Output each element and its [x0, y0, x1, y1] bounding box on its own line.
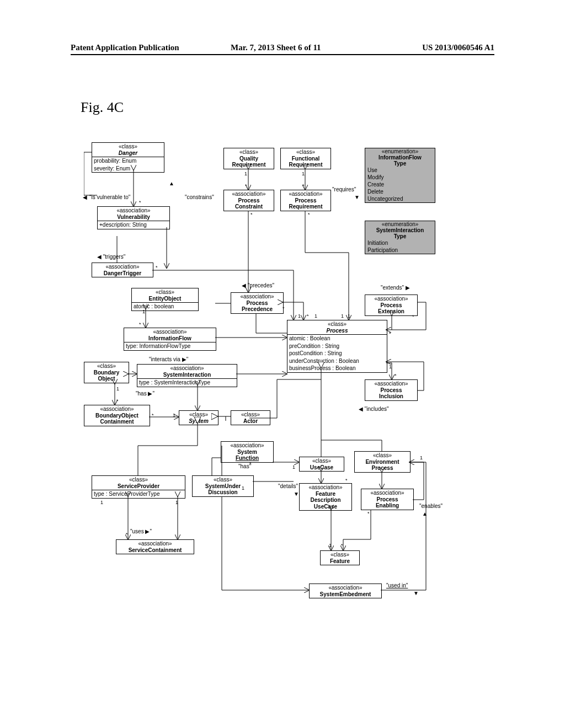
class-boundary-object: «class»BoundaryObject: [84, 362, 129, 383]
lbl-extends: "extends": [381, 285, 404, 291]
assoc-process-constraint: «association»ProcessConstraint: [223, 190, 274, 211]
mult: *: [345, 478, 348, 483]
mult: *: [341, 543, 343, 548]
lbl-uses: "uses ▶": [130, 528, 152, 534]
assoc-vulnerability: «association»Vulnerability +description:…: [97, 206, 170, 229]
stereo: «class»: [241, 411, 260, 417]
name: System: [189, 418, 209, 424]
attr: atomic : boolean: [132, 302, 198, 311]
lbl-arrow-right: ▶: [406, 285, 410, 291]
lbl-arrow-left: ◀: [359, 406, 363, 412]
mult: *: [116, 398, 119, 404]
assoc-process-extension: «association»ProcessExtension: [365, 295, 418, 316]
mult: *: [250, 212, 253, 217]
stereo: «class»: [296, 149, 315, 155]
mult: *: [156, 265, 158, 270]
stereo: «association»: [328, 585, 362, 591]
attr: type : SystemInteractionType: [137, 378, 237, 387]
uml-diagram: «class»Danger probability: Enum severity…: [84, 142, 486, 615]
mult: 1: [420, 455, 423, 461]
mult: 1: [100, 500, 103, 505]
name2: Inclusion: [379, 393, 403, 399]
name2: Description: [310, 497, 340, 503]
lbl-interacts-via: "interacts via ▶": [149, 356, 188, 362]
attr: businessProcess : Boolean: [287, 365, 387, 372]
name: SystemInteraction: [163, 372, 211, 378]
lbl-used-in: "used in": [386, 582, 408, 588]
assoc-process-requirement: «association»ProcessRequirement: [280, 190, 331, 211]
stereo: «class»: [239, 149, 258, 155]
mult: *: [282, 306, 285, 311]
assoc-system-embedment: «association»SystemEmbedment: [309, 584, 382, 598]
class-process: «class»Process atomic : Boolean preCondi…: [287, 320, 387, 373]
stereo: «association»: [370, 490, 404, 496]
lbl-arrow-down: ▼: [413, 590, 419, 596]
attr: +description: String: [98, 221, 169, 229]
assoc-service-containment: «association»ServiceContainment: [116, 539, 194, 554]
stereo: «class»: [189, 411, 208, 417]
mult: 1: [292, 464, 295, 470]
assoc-danger-trigger: «association»DangerTrigger: [92, 263, 153, 277]
stereo: «class»: [373, 452, 392, 458]
mult: *: [395, 373, 397, 378]
stereo: «class»: [214, 477, 232, 483]
lbl-arrow-up: ▲: [422, 511, 428, 517]
name: ServiceContainment: [129, 547, 182, 553]
val: Use: [365, 167, 435, 174]
lbl-triggers: "triggers": [103, 254, 125, 260]
val: Create: [365, 181, 435, 188]
lbl-arrow-up: ▲: [169, 180, 174, 186]
stereo: «association»: [232, 191, 265, 197]
name: Process: [327, 328, 348, 334]
mult: *: [249, 461, 252, 467]
mult: *: [139, 200, 141, 205]
name2: Process: [372, 465, 393, 471]
mult: 1: [329, 543, 332, 548]
name2: Object: [98, 376, 115, 382]
stereo: «class»: [129, 477, 148, 483]
name: System: [237, 449, 257, 455]
attr: postCondition : String: [287, 350, 387, 357]
name: Process: [238, 197, 260, 204]
mult: 1: [244, 171, 247, 176]
mult: 1: [341, 313, 344, 319]
page: Patent Application Publication Mar. 7, 2…: [0, 0, 565, 728]
stereo: «association»: [153, 329, 186, 335]
stereo: «association»: [308, 484, 342, 490]
name2: Enabling: [376, 502, 399, 508]
lbl-constrains: "constrains": [185, 194, 214, 200]
name2: Extension: [378, 308, 404, 314]
mult: 1: [175, 500, 178, 505]
class-system: «class»System: [179, 410, 218, 425]
mult: 1: [298, 313, 301, 319]
lbl-enables: "enables": [419, 503, 443, 509]
stereo: «association»: [374, 296, 408, 302]
name2: Containment: [100, 419, 134, 425]
stereo: «class»: [97, 363, 116, 369]
lbl-arrow-down: ▼: [294, 491, 299, 497]
name2: Requirement: [289, 162, 322, 168]
name: SystemInteraction: [376, 227, 424, 233]
name: Process: [381, 302, 402, 308]
stereo: «association»: [230, 442, 264, 448]
name: SystemEmbedment: [320, 591, 371, 597]
name: Process: [295, 197, 317, 204]
mult: *: [412, 314, 414, 319]
class-use-case: «class»UseCase: [299, 457, 344, 472]
lbl-arrow-down: ▼: [354, 194, 360, 200]
name: UseCase: [310, 464, 333, 470]
name: Feature: [330, 558, 350, 564]
mult: *: [139, 322, 141, 327]
attr: preCondition : String: [287, 342, 387, 350]
name2: Type: [394, 160, 407, 167]
name2: Requirement: [289, 204, 322, 210]
lbl-details: "details": [278, 483, 298, 489]
class-service-provider: «class»ServiceProvider type : ServicePro…: [92, 475, 185, 499]
figure-label: Fig. 4C: [81, 99, 124, 116]
name2: Discussion: [208, 489, 237, 495]
val: Initiation: [365, 239, 435, 247]
class-quality-requirement: «class»QualityRequirement: [223, 148, 274, 169]
name3: UseCase: [314, 504, 337, 510]
name: SystemUnder: [205, 483, 241, 489]
attr: type : ServiceProviderType: [92, 490, 185, 498]
